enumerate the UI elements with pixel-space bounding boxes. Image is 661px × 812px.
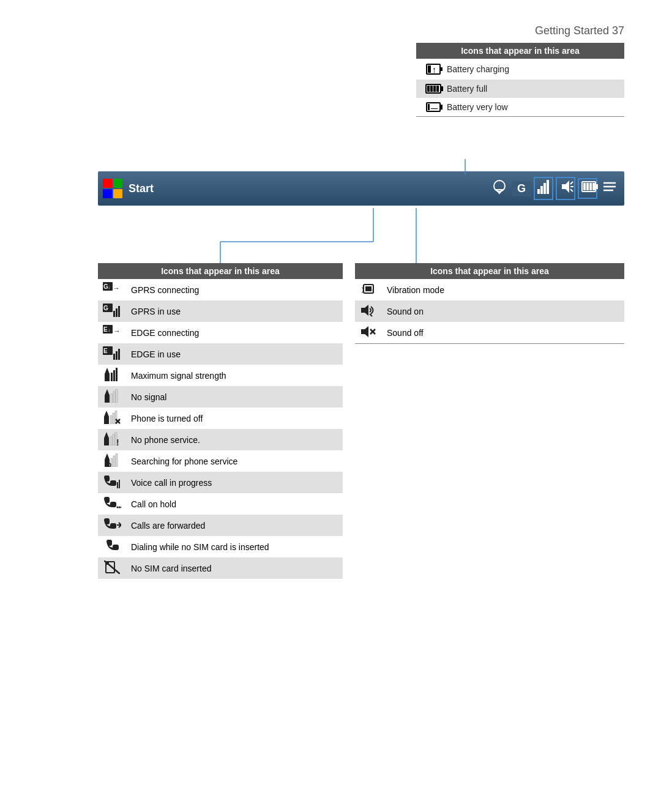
calls-forwarded-icon [98, 515, 126, 536]
edge-inuse-icon: E [98, 343, 126, 365]
svg-rect-61 [111, 394, 113, 403]
sound-off-row: Sound off [355, 322, 624, 343]
gprs-connecting-label: GPRS connecting [126, 279, 343, 300]
edge-inuse-label: EDGE in use [126, 343, 343, 365]
no-sim-icon [98, 557, 126, 579]
svg-rect-55 [118, 349, 120, 360]
voice-call-row: Voice call in progress [98, 472, 343, 493]
searching-label: Searching for phone service [126, 450, 343, 472]
win-logo-q3 [103, 189, 112, 198]
svg-rect-27 [586, 183, 589, 190]
taskbar-start[interactable]: Start [103, 179, 154, 198]
sound-icon[interactable] [556, 177, 575, 200]
max-signal-row: Maximum signal strength [98, 365, 343, 386]
call-hold-label: Call on hold [126, 493, 343, 515]
svg-rect-57 [111, 373, 113, 381]
right-section-header: Icons that appear in this area [355, 263, 624, 279]
svg-rect-72 [113, 434, 114, 445]
svg-marker-92 [361, 305, 368, 316]
left-icons-table: G ↓ → GPRS connecting G [98, 279, 343, 579]
win-logo-q2 [113, 179, 122, 188]
dialing-no-sim-label: Dialing while no SIM card is inserted [126, 536, 343, 557]
searching-icon [98, 450, 126, 472]
max-signal-icon [98, 365, 126, 386]
battery-full-icon [422, 83, 447, 94]
svg-line-23 [570, 189, 573, 192]
battery-section-header: Icons that appear in this area [416, 43, 624, 59]
sound-on-label: Sound on [382, 300, 624, 322]
svg-point-82 [117, 507, 119, 508]
svg-rect-6 [427, 86, 430, 92]
taskbar: Start G [98, 171, 624, 206]
svg-rect-66 [113, 413, 114, 424]
win-logo-q4 [113, 189, 122, 198]
svg-marker-60 [105, 389, 110, 403]
svg-rect-77 [113, 456, 115, 467]
gprs-icon[interactable]: G [512, 181, 531, 196]
battery-low-row: — Battery very low [416, 98, 624, 116]
no-signal-label: No signal [126, 386, 343, 408]
battery-charging-icon: ↑ [422, 62, 447, 76]
edge-connecting-label: EDGE connecting [126, 322, 343, 343]
no-phone-service-label: No phone service. [126, 429, 343, 450]
page-number: Getting Started 37 [535, 24, 624, 37]
sound-off-label: Sound off [382, 322, 624, 343]
gprs-connecting-icon: G ↓ → [98, 279, 126, 300]
vibration-row: ) ( Vibration mode [355, 279, 624, 300]
svg-line-93 [370, 314, 372, 316]
right-divider [355, 343, 624, 344]
calls-forwarded-row: Calls are forwarded [98, 515, 343, 536]
svg-marker-94 [361, 326, 368, 337]
battery-low-label: Battery very low [447, 102, 618, 112]
svg-text:(: ( [372, 286, 375, 293]
svg-rect-5 [441, 86, 443, 91]
edge-connecting-icon: E ↓ → [98, 322, 126, 343]
right-icons-table: ) ( Vibration mode Sound on [355, 279, 624, 343]
svg-text:!: ! [116, 438, 119, 445]
notification-icon[interactable] [490, 179, 509, 198]
svg-rect-7 [430, 86, 433, 92]
svg-line-21 [570, 182, 573, 184]
gprs-inuse-icon: G [98, 300, 126, 322]
svg-text:E: E [103, 348, 108, 354]
svg-text:): ) [362, 286, 364, 293]
searching-row: Searching for phone service [98, 450, 343, 472]
edge-connecting-row: E ↓ → EDGE connecting [98, 322, 343, 343]
svg-text:G: G [103, 305, 108, 311]
menu-icon[interactable] [600, 181, 619, 196]
dialing-no-sim-row: Dialing while no SIM card is inserted [98, 536, 343, 557]
signal-icon[interactable] [534, 177, 553, 200]
vibration-label: Vibration mode [382, 279, 624, 300]
call-hold-row: Call on hold [98, 493, 343, 515]
svg-text:→: → [113, 284, 120, 292]
svg-rect-81 [119, 480, 120, 488]
svg-rect-63 [116, 389, 118, 403]
no-signal-icon [98, 386, 126, 408]
svg-rect-58 [113, 370, 115, 381]
svg-rect-16 [537, 189, 540, 194]
svg-rect-29 [592, 183, 595, 190]
battery-full-row: Battery full [416, 80, 624, 98]
sound-on-row: Sound on [355, 300, 624, 322]
start-label: Start [129, 182, 154, 195]
sound-off-icon [355, 322, 382, 343]
vibration-icon: ) ( [355, 279, 382, 300]
phone-off-icon [98, 408, 126, 429]
sound-on-icon [355, 300, 382, 322]
svg-rect-12 [428, 104, 430, 110]
svg-rect-65 [110, 415, 112, 424]
svg-rect-53 [113, 354, 115, 360]
battery-full-label: Battery full [447, 84, 618, 94]
svg-rect-25 [596, 184, 598, 189]
svg-rect-59 [116, 368, 118, 381]
svg-text:→: → [113, 327, 121, 335]
svg-rect-45 [116, 308, 118, 317]
left-section-header: Icons that appear in this area [98, 263, 343, 279]
no-sim-row: No SIM card inserted [98, 557, 343, 579]
taskbar-wrapper: Start G [98, 171, 624, 206]
battery-status-icon[interactable] [578, 178, 597, 199]
svg-point-83 [119, 507, 121, 508]
svg-rect-18 [543, 183, 546, 194]
svg-rect-44 [113, 311, 115, 317]
svg-rect-2 [428, 65, 431, 73]
